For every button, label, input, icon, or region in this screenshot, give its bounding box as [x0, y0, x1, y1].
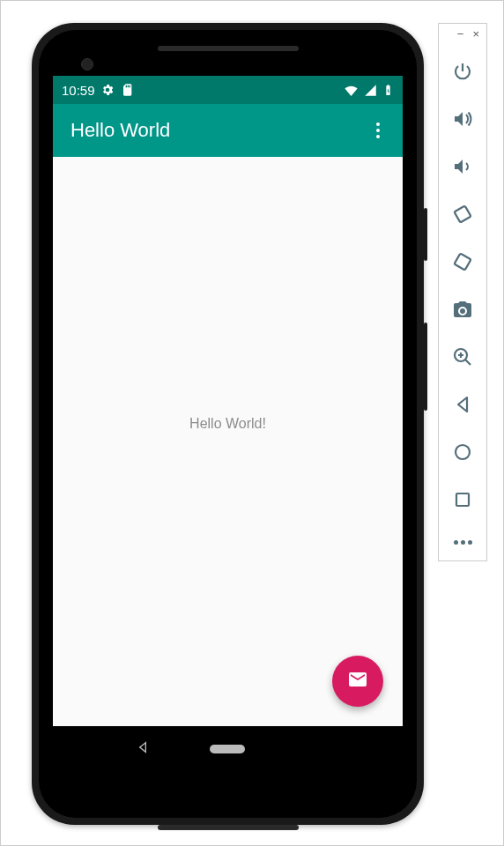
emu-overview-button[interactable] [445, 484, 480, 519]
emulator-toolbar: − × [438, 23, 487, 561]
phone-side-button [424, 323, 427, 411]
status-time: 10:59 [62, 83, 95, 98]
minimize-button[interactable]: − [457, 27, 464, 41]
wifi-icon [344, 83, 359, 98]
nav-home-button[interactable] [210, 745, 245, 753]
rotate-left-icon [452, 204, 473, 228]
battery-charging-icon [382, 83, 394, 98]
close-button[interactable]: × [472, 27, 479, 41]
app-bar: Hello World [53, 104, 403, 157]
screen: 10:59 [53, 76, 403, 772]
nav-home-icon [452, 442, 473, 466]
power-button[interactable] [445, 56, 480, 91]
phone-side-button [424, 208, 427, 261]
rotate-left-button[interactable] [445, 198, 480, 234]
rotate-right-icon [452, 251, 473, 276]
svg-rect-4 [456, 494, 469, 506]
svg-rect-1 [454, 253, 471, 270]
system-nav-bar [53, 726, 403, 772]
phone-frame: 10:59 [32, 23, 424, 825]
fab-mail-button[interactable] [332, 656, 383, 707]
nav-back-icon [452, 394, 473, 419]
volume-up-icon [452, 108, 473, 133]
nav-back-button[interactable] [136, 740, 150, 758]
phone-speaker [158, 46, 299, 51]
emu-more-button[interactable] [447, 533, 479, 552]
phone-speaker-bottom [158, 825, 299, 830]
gear-icon [100, 83, 115, 97]
screenshot-button[interactable] [445, 293, 480, 329]
phone-body: 10:59 [39, 30, 417, 818]
status-bar: 10:59 [53, 76, 403, 104]
volume-up-button[interactable] [445, 103, 480, 138]
sd-card-icon [120, 83, 134, 97]
emu-home-button[interactable] [445, 436, 480, 471]
hello-world-text: Hello World! [189, 416, 266, 432]
overflow-menu-button[interactable] [371, 117, 385, 144]
signal-icon [364, 84, 377, 97]
svg-rect-0 [454, 205, 471, 222]
content-area: Hello World! [53, 157, 403, 726]
zoom-in-icon [452, 346, 473, 371]
phone-camera [81, 58, 93, 70]
emulator-window-controls: − × [439, 24, 486, 43]
nav-overview-icon [452, 489, 473, 514]
emu-back-button[interactable] [445, 389, 480, 424]
rotate-right-button[interactable] [445, 246, 480, 281]
app-title: Hello World [70, 119, 170, 142]
svg-point-3 [456, 445, 470, 459]
mail-icon [347, 669, 368, 694]
power-icon [452, 61, 473, 85]
zoom-button[interactable] [445, 341, 480, 376]
volume-down-icon [452, 156, 473, 181]
camera-icon [452, 299, 473, 323]
volume-down-button[interactable] [445, 151, 480, 186]
